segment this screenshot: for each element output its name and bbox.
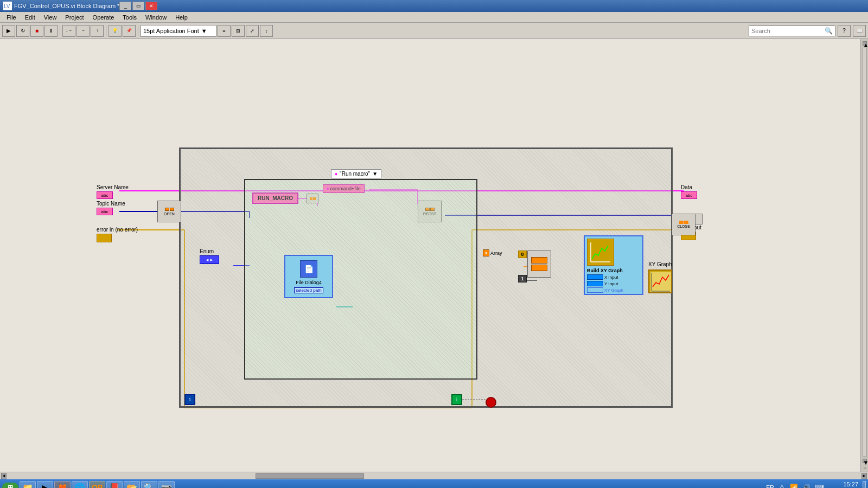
xy-graph-port-label: XY Graph: [604, 288, 623, 293]
server-name-terminal[interactable]: abc: [97, 191, 113, 199]
scroll-left-btn[interactable]: ◄: [1, 473, 7, 479]
font-name: 15pt Application Font: [143, 28, 199, 34]
taskbar-folder2[interactable]: 📂: [124, 481, 140, 488]
help-button[interactable]: ?: [838, 25, 851, 37]
y-input-label: Y Input: [604, 281, 618, 286]
build-xy-graph-block[interactable]: Build XY Graph X Input Y Input XY Graph: [584, 235, 643, 295]
scroll-label: ≡: [863, 467, 866, 470]
run-continuously-button[interactable]: ↻: [16, 25, 29, 37]
file-dialog-label: File Dialog4: [296, 280, 322, 285]
taskbar-keyboard: ⌨: [815, 484, 824, 488]
close-button[interactable]: ✕: [145, 2, 157, 10]
topic-name-terminal[interactable]: abc: [97, 208, 113, 215]
restore-button[interactable]: ▭: [132, 2, 144, 10]
menu-project[interactable]: Project: [61, 13, 88, 22]
reorder-button[interactable]: ↕: [260, 25, 273, 37]
search-icon[interactable]: 🔍: [825, 27, 833, 35]
taskbar-explorer[interactable]: 📁: [20, 481, 36, 488]
distribute-button[interactable]: ⊞: [232, 25, 245, 37]
horizontal-scrollbar[interactable]: ◄ ►: [0, 472, 868, 479]
align-button[interactable]: ≡: [218, 25, 231, 37]
case-structure[interactable]: [244, 179, 477, 380]
search-input[interactable]: [751, 28, 825, 34]
loop-iteration: 1: [184, 394, 195, 405]
menu-operate[interactable]: Operate: [88, 13, 119, 22]
build-xy-label: Build XY Graph: [587, 268, 640, 273]
taskbar-locale: FR: [766, 484, 774, 488]
menu-edit[interactable]: Edit: [21, 13, 40, 22]
taskbar-opus[interactable]: OP: [89, 481, 105, 488]
menu-tools[interactable]: Tools: [118, 13, 141, 22]
taskbar-right: FR ⚠ 📶 🔊 ⌨ 15:27 23/06/2015: [766, 481, 866, 488]
file-dialog-port: selected path: [294, 287, 323, 293]
xy-graph-label: XY Graph: [648, 261, 672, 267]
menu-file[interactable]: File: [2, 13, 21, 22]
font-dropdown-arrow[interactable]: ▼: [201, 28, 207, 34]
title-bar-text: FGV_Control_OPUS.vi Block Diagram *: [14, 3, 119, 9]
run-macro-label-box: ♦ "Run macro" ▼: [331, 169, 381, 178]
canvas-area[interactable]: Server Name abc Topic Name abc error in …: [0, 39, 868, 472]
run-button[interactable]: ▶: [2, 25, 15, 37]
menu-view[interactable]: View: [40, 13, 61, 22]
error-in-label: error in (no error): [97, 227, 138, 233]
run-macro-label-text: "Run macro": [340, 171, 370, 177]
abort-button[interactable]: ■: [30, 25, 43, 37]
context-help-button[interactable]: 📖: [853, 25, 866, 37]
menu-help[interactable]: Help: [171, 13, 192, 22]
highlight-button[interactable]: 💡: [108, 25, 122, 37]
one-constant: 1: [518, 275, 527, 282]
array-func-block[interactable]: [527, 251, 551, 278]
open-connector[interactable]: OPEN: [157, 201, 181, 222]
taskbar-firefox[interactable]: 🦊: [54, 481, 71, 488]
step-into-button[interactable]: ↓→: [62, 25, 75, 37]
pause-button[interactable]: ⏸: [44, 25, 58, 37]
file-dialog-block[interactable]: 📄 File Dialog4 selected path: [284, 255, 333, 298]
search-box[interactable]: 🔍: [749, 25, 835, 36]
scroll-down[interactable]: ▼: [863, 459, 867, 463]
loop-counter: i: [451, 394, 462, 405]
start-button[interactable]: ⊞: [2, 483, 18, 488]
server-name-label: Server Name: [97, 184, 129, 190]
data-node: Data abc: [681, 184, 697, 199]
xy-graph-indicator[interactable]: [648, 269, 672, 293]
error-in-terminal[interactable]: [97, 234, 112, 242]
minimize-button[interactable]: _: [119, 2, 131, 10]
main-content: Server Name abc Topic Name abc error in …: [0, 39, 868, 472]
step-out-button[interactable]: ↑: [91, 25, 104, 37]
scroll-right-btn[interactable]: ►: [861, 473, 867, 479]
taskbar-search[interactable]: 🔍: [141, 481, 157, 488]
topic-name-label: Topic Name: [97, 201, 125, 207]
taskbar-clock[interactable]: 15:27 23/06/2015: [828, 481, 858, 488]
data-label: Data: [681, 184, 692, 190]
data-terminal[interactable]: abc: [681, 191, 697, 199]
x-input-label: X Input: [604, 275, 618, 280]
title-bar-buttons[interactable]: _ ▭ ✕: [119, 2, 157, 10]
taskbar-pdf[interactable]: 📕: [106, 481, 123, 488]
enum-terminal[interactable]: ◄►: [200, 255, 219, 264]
zero-constant: 0: [518, 251, 527, 258]
build-xy-icon: [587, 239, 614, 266]
step-over-button[interactable]: →: [76, 25, 90, 37]
title-bar: LV FGV_Control_OPUS.vi Block Diagram * _…: [0, 0, 868, 12]
scroll-track[interactable]: [863, 48, 867, 457]
menu-window[interactable]: Window: [141, 13, 171, 22]
taskbar-chrome[interactable]: 🌐: [72, 481, 88, 488]
right-scroll[interactable]: ▲ ▼ ≡: [860, 39, 868, 472]
taskbar-time: 15:27: [828, 481, 858, 487]
server-name-node: Server Name abc: [97, 184, 129, 199]
app-icon: LV: [3, 2, 12, 10]
svg-rect-25: [589, 240, 612, 264]
topic-name-node: Topic Name abc: [97, 201, 125, 215]
taskbar-capture[interactable]: 📷: [158, 481, 175, 488]
scrollbar-thumb[interactable]: [256, 473, 364, 479]
font-selector[interactable]: 15pt Application Font ▼: [141, 25, 216, 37]
retain-button[interactable]: 📌: [123, 25, 136, 37]
show-desktop-button[interactable]: [863, 481, 866, 488]
taskbar: ⊞ 📁 ▶ 🦊 🌐 OP 📕 📂 🔍 📷 FR ⚠ 📶 🔊 ⌨ 15:27 23…: [0, 479, 868, 488]
close-block[interactable]: CLOSE: [672, 214, 695, 235]
array-indicator: ♦: [483, 249, 489, 256]
taskbar-volume: 🔊: [802, 484, 810, 488]
scroll-up[interactable]: ▲: [863, 41, 867, 46]
taskbar-media[interactable]: ▶: [37, 481, 53, 488]
resize-button[interactable]: ⤢: [246, 25, 259, 37]
